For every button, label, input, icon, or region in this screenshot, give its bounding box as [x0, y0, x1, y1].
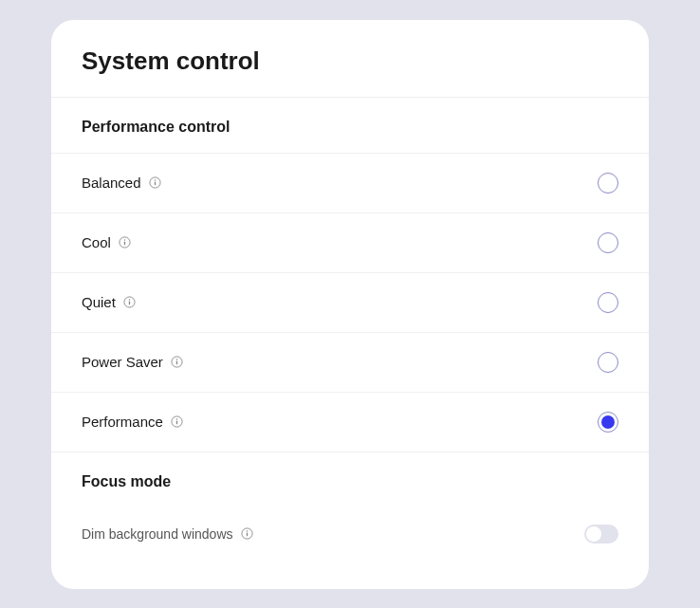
dim-background-toggle[interactable]: [584, 525, 618, 544]
svg-point-16: [247, 530, 248, 531]
option-label: Balanced: [82, 175, 141, 191]
svg-rect-14: [176, 421, 177, 425]
info-icon[interactable]: [123, 296, 137, 309]
radio-cool[interactable]: [598, 232, 618, 253]
option-label-group: Cool: [82, 234, 132, 250]
option-row-performance[interactable]: Performance: [51, 392, 649, 451]
panel-title: System control: [51, 20, 649, 98]
option-label: Performance: [82, 414, 163, 430]
radio-balanced[interactable]: [598, 173, 618, 193]
svg-rect-5: [124, 242, 125, 246]
option-label-group: Performance: [82, 414, 184, 430]
svg-point-4: [124, 239, 125, 240]
option-row-quiet[interactable]: Quiet: [51, 272, 649, 332]
option-row-power-saver[interactable]: Power Saver: [51, 332, 649, 392]
info-icon[interactable]: [241, 527, 254, 541]
option-label-group: Dim background windows: [82, 526, 254, 542]
dim-background-label: Dim background windows: [82, 526, 233, 542]
svg-point-13: [176, 418, 177, 419]
option-label-group: Balanced: [82, 175, 162, 191]
svg-rect-11: [176, 361, 177, 365]
option-label: Power Saver: [82, 354, 163, 370]
option-label: Quiet: [82, 294, 116, 310]
option-label-group: Power Saver: [82, 354, 184, 370]
svg-rect-17: [247, 533, 248, 537]
radio-performance[interactable]: [598, 412, 618, 433]
info-icon[interactable]: [119, 236, 132, 249]
focus-mode-header: Focus mode: [51, 452, 649, 507]
radio-quiet[interactable]: [598, 292, 618, 313]
info-icon[interactable]: [149, 176, 162, 190]
info-icon[interactable]: [171, 356, 184, 369]
svg-point-10: [176, 359, 177, 359]
option-label-group: Quiet: [82, 294, 137, 310]
option-row-balanced[interactable]: Balanced: [51, 153, 649, 212]
system-control-panel: System control Performance control Balan…: [51, 20, 649, 589]
option-row-cool[interactable]: Cool: [51, 212, 649, 272]
toggle-knob: [586, 526, 601, 542]
svg-point-7: [129, 299, 130, 300]
info-icon[interactable]: [171, 415, 184, 429]
performance-control-header: Performance control: [51, 98, 649, 153]
option-label: Cool: [82, 234, 111, 250]
focus-row-dim: Dim background windows: [51, 507, 649, 562]
svg-rect-2: [155, 182, 156, 186]
svg-rect-8: [129, 302, 130, 305]
svg-point-1: [155, 179, 156, 180]
radio-power-saver[interactable]: [598, 352, 618, 373]
